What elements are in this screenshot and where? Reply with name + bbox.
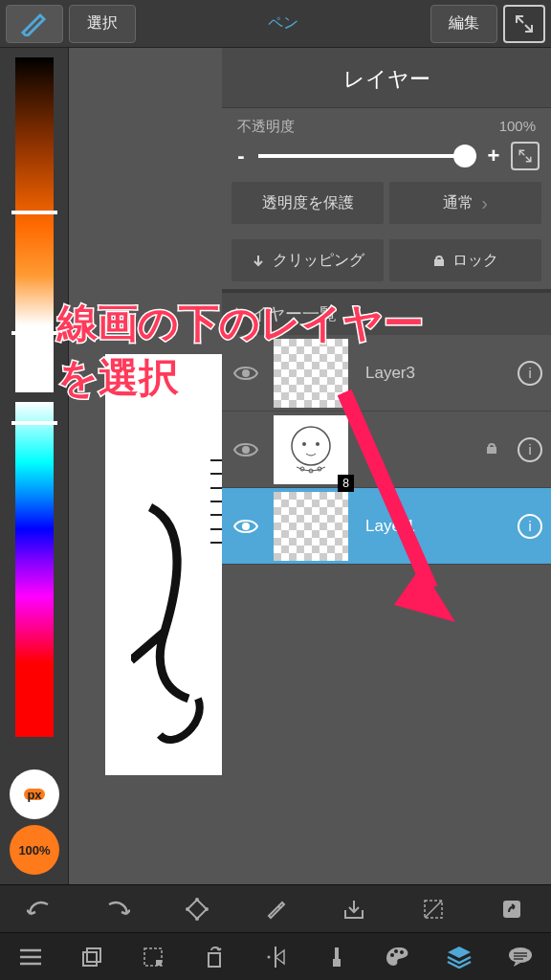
svg-rect-0 — [434, 259, 444, 266]
svg-point-31 — [400, 950, 404, 954]
svg-rect-11 — [187, 900, 207, 919]
select-button[interactable]: 選択 — [69, 5, 136, 43]
brush-icon — [19, 11, 50, 36]
annotation-text: 線画の下のレイヤー を選択 — [57, 297, 424, 405]
svg-rect-9 — [487, 447, 496, 454]
svg-point-14 — [186, 907, 189, 911]
brush-selector[interactable] — [6, 5, 63, 43]
svg-rect-18 — [503, 901, 520, 918]
brush-size-slider[interactable] — [15, 57, 54, 392]
expand-icon — [514, 13, 535, 34]
tool-bar-1 — [0, 884, 551, 932]
menu-button[interactable] — [11, 938, 50, 976]
copy-button[interactable] — [73, 938, 111, 976]
panel-title: レイヤー — [222, 48, 551, 108]
svg-point-2 — [242, 446, 250, 454]
marquee-button[interactable] — [134, 938, 172, 976]
lock-button[interactable]: ロック — [389, 239, 541, 281]
save-button[interactable] — [335, 890, 373, 928]
chat-button[interactable] — [501, 938, 540, 976]
layer-info-button[interactable]: i — [509, 361, 551, 386]
pen-tab[interactable]: ペン — [241, 5, 325, 43]
layers-button[interactable] — [440, 938, 478, 976]
undo-button[interactable] — [20, 890, 58, 928]
eyedropper-button[interactable] — [256, 890, 295, 928]
opacity-expand[interactable] — [511, 142, 540, 170]
opacity-label: 不透明度 — [237, 118, 295, 136]
left-slider-column: px 100% — [0, 48, 69, 884]
svg-rect-22 — [83, 952, 97, 966]
lock-icon — [486, 441, 509, 457]
brush-tool-button[interactable] — [318, 938, 356, 976]
svg-line-17 — [425, 901, 442, 918]
opacity-value: 100% — [499, 118, 536, 136]
svg-point-13 — [195, 917, 199, 921]
visibility-toggle[interactable] — [222, 441, 270, 458]
svg-point-28 — [268, 955, 271, 958]
svg-rect-26 — [209, 953, 220, 967]
svg-point-30 — [394, 949, 398, 953]
fullscreen-button[interactable] — [503, 5, 545, 43]
selection-rect-button[interactable] — [414, 890, 452, 928]
chevron-right-icon: › — [481, 192, 488, 214]
svg-rect-25 — [156, 960, 162, 966]
protect-alpha-button[interactable]: 透明度を保護 — [231, 182, 384, 224]
opacity-plus[interactable]: + — [486, 144, 501, 168]
transform-button[interactable] — [178, 890, 216, 928]
tool-bar-2 — [0, 932, 551, 980]
expand-icon — [518, 148, 533, 164]
layer-info-button[interactable]: i — [509, 514, 551, 539]
redo-button[interactable] — [99, 890, 137, 928]
share-button[interactable] — [493, 890, 531, 928]
clipping-icon — [252, 254, 265, 267]
opacity-indicator[interactable]: 100% — [10, 825, 59, 875]
opacity-minus[interactable]: - — [233, 144, 249, 168]
clipping-button[interactable]: クリッピング — [231, 239, 384, 281]
svg-point-15 — [205, 907, 209, 911]
svg-point-29 — [390, 953, 394, 957]
palette-button[interactable] — [379, 938, 417, 976]
svg-rect-23 — [87, 948, 100, 962]
svg-point-12 — [195, 898, 199, 902]
blend-mode-button[interactable]: 通常› — [389, 182, 541, 224]
layer-info-button[interactable]: i — [509, 437, 551, 462]
svg-point-32 — [509, 947, 532, 963]
opacity-slider[interactable] — [258, 154, 476, 158]
flip-button[interactable] — [256, 938, 295, 976]
lock-icon — [433, 254, 445, 267]
edit-button[interactable]: 編集 — [430, 5, 497, 43]
eye-icon — [233, 441, 258, 458]
canvas-area[interactable] — [69, 48, 222, 884]
hue-slider[interactable] — [15, 402, 54, 737]
annotation-arrow — [306, 383, 478, 632]
brush-size-indicator[interactable]: px — [10, 769, 59, 819]
rotate-button[interactable] — [195, 938, 233, 976]
